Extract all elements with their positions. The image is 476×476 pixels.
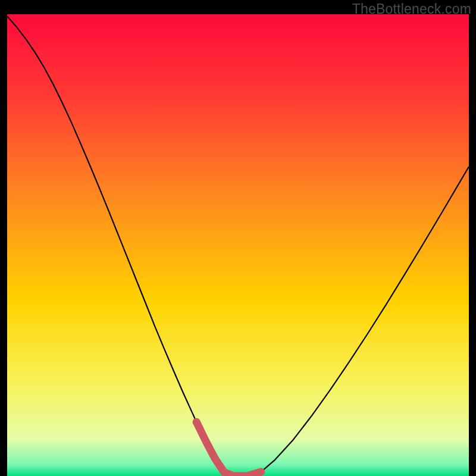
watermark-text: TheBottleneck.com	[352, 1, 471, 17]
chart-frame	[7, 14, 469, 476]
bottleneck-chart	[7, 14, 469, 476]
gradient-background	[7, 14, 469, 476]
